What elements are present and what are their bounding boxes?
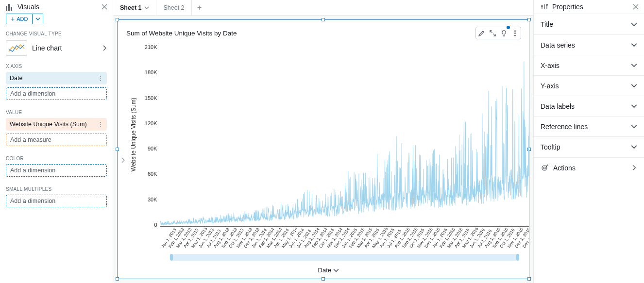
bulb-icon[interactable]: [500, 30, 508, 37]
property-row-title[interactable]: Title: [534, 14, 644, 34]
value-field-pill[interactable]: Website Unique Visits (Sum)⋮: [6, 118, 107, 131]
svg-point-7: [543, 167, 545, 169]
chevron-down-icon[interactable]: [333, 267, 339, 273]
canvas-area: Sheet 1 Sheet 2 + Sum of Website Unique …: [113, 0, 533, 283]
time-scrubber[interactable]: [170, 254, 520, 264]
visual-type-selector[interactable]: Line chart: [0, 39, 113, 61]
tab-sheet-2[interactable]: Sheet 2: [156, 0, 191, 15]
close-icon[interactable]: [101, 3, 108, 10]
properties-panel: Properties TitleData seriesX-axisY-axisD…: [533, 0, 644, 283]
small-multiples-section-header: SMALL MULTIPLES: [6, 184, 107, 195]
value-add-measure[interactable]: Add a measure: [6, 133, 107, 146]
add-visual-button[interactable]: +ADD: [6, 14, 33, 24]
chevron-down-icon: [631, 103, 637, 109]
svg-point-2: [514, 34, 515, 35]
line-chart-icon: [6, 40, 27, 56]
properties-title: Properties: [552, 3, 628, 11]
notification-dot: [507, 26, 510, 29]
chevron-down-icon: [631, 144, 637, 150]
chevron-right-icon: [631, 165, 637, 171]
svg-point-1: [514, 33, 515, 33]
chevron-down-icon: [631, 21, 637, 28]
xaxis-section-header: X AXIS: [6, 62, 107, 72]
visual-frame[interactable]: Sum of Website Unique Visits by Date Web…: [117, 19, 529, 279]
kebab-icon[interactable]: ⋮: [97, 74, 104, 82]
target-icon: [541, 164, 548, 172]
value-section-header: VALUE: [6, 108, 107, 118]
property-row-tooltip[interactable]: Tooltip: [534, 136, 644, 157]
property-row-y-axis[interactable]: Y-axis: [534, 75, 644, 96]
chevron-right-icon[interactable]: [119, 157, 126, 164]
x-axis-label: Date: [318, 266, 331, 274]
visuals-title: Visuals: [17, 3, 97, 11]
chevron-right-icon: [101, 45, 108, 51]
chevron-down-icon: [631, 62, 637, 68]
bar-chart-icon: [6, 3, 14, 11]
tab-sheet-1[interactable]: Sheet 1: [113, 0, 156, 15]
kebab-icon[interactable]: ⋮: [97, 120, 104, 128]
chevron-down-icon: [631, 42, 637, 48]
property-row-data-labels[interactable]: Data labels: [534, 96, 644, 116]
xaxis-field-pill[interactable]: Date⋮: [6, 72, 107, 84]
property-row-data-series[interactable]: Data series: [534, 34, 644, 55]
add-sheet-button[interactable]: +: [192, 0, 207, 15]
small-multiples-add-dimension[interactable]: Add a dimension: [6, 195, 107, 207]
chevron-down-icon: [631, 123, 637, 130]
properties-icon: [541, 3, 548, 11]
visuals-panel: Visuals +ADD CHANGE VISUAL TYPE Line cha…: [0, 0, 113, 283]
chevron-down-icon: [631, 83, 637, 89]
close-icon[interactable]: [632, 3, 639, 10]
y-axis-ticks: 210K180K150K120K90K60K30K0: [139, 41, 160, 228]
change-visual-type-header: CHANGE VISUAL TYPE: [0, 29, 113, 39]
add-visual-caret[interactable]: [33, 14, 43, 24]
line-chart[interactable]: [160, 41, 529, 228]
x-axis-ticks: Jan 1, 2013Feb 1, 2013Mar 1, 2013Apr 1, …: [160, 228, 529, 252]
chevron-down-icon[interactable]: [144, 5, 149, 10]
color-section-header: COLOR: [6, 154, 107, 164]
property-row-x-axis[interactable]: X-axis: [534, 55, 644, 75]
pencil-icon[interactable]: [478, 30, 485, 37]
expand-icon[interactable]: [489, 30, 496, 37]
svg-point-0: [514, 30, 515, 31]
xaxis-add-dimension[interactable]: Add a dimension: [6, 87, 107, 100]
property-row-reference-lines[interactable]: Reference lines: [534, 116, 644, 136]
y-axis-label: Website Unique Visits (Sum): [130, 98, 137, 171]
svg-point-6: [542, 166, 547, 170]
svg-point-4: [542, 6, 543, 7]
chart-title: Sum of Website Unique Visits by Date: [126, 30, 475, 37]
svg-point-5: [546, 4, 548, 6]
color-add-dimension[interactable]: Add a dimension: [6, 164, 107, 177]
sheet-tabs: Sheet 1 Sheet 2 +: [113, 0, 533, 16]
visual-toolbar: [475, 27, 521, 39]
kebab-icon[interactable]: [511, 30, 519, 37]
property-actions[interactable]: Actions: [534, 157, 644, 178]
